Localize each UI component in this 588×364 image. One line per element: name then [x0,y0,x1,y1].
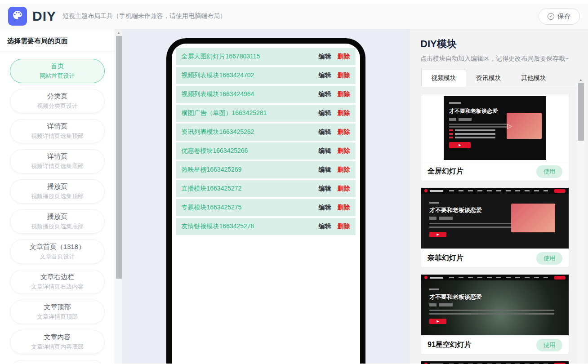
tab-news-modules[interactable]: 资讯模块 [466,70,511,87]
scroll-up-arrow-icon[interactable]: ▲ [115,29,122,36]
page-sidebar: 选择需要布局的页面 首页 网站首页设计 分类页 视频分类页设计 详情页 视频详情… [0,29,115,364]
module-row: 优惠卷模块1663425266 编辑 删除 [176,142,356,160]
module-name[interactable]: 视频列表模块1663424964 [182,90,319,98]
module-name[interactable]: 直播模块1663425272 [182,185,319,193]
edit-button[interactable]: 编辑 [319,204,331,212]
edit-button[interactable]: 编辑 [319,109,331,117]
edit-button[interactable]: 编辑 [319,128,331,136]
page-label: 详情页 [47,122,67,131]
sidebar-item-home[interactable]: 首页 网站首页设计 [10,59,105,83]
page-label: 文章右边栏 [40,273,74,281]
edit-button[interactable]: 编辑 [319,185,331,193]
sidebar-title: 选择需要布局的页面 [0,35,115,52]
save-button-label: 保存 [557,12,571,21]
page-desc: 文章详情页内容底部 [31,343,84,351]
module-name[interactable]: 优惠卷模块1663425266 [182,147,319,155]
module-row: 视频列表模块1663424964 编辑 删除 [176,86,356,103]
preview-navbar [421,275,569,280]
delete-button[interactable]: 删除 [338,53,350,61]
module-row: 专题模块1663425275 编辑 删除 [176,199,356,216]
edit-button[interactable]: 编辑 [319,53,331,61]
delete-button[interactable]: 删除 [338,90,350,98]
play-now-button: ▶ [429,319,446,324]
edit-button[interactable]: 编辑 [319,222,331,231]
module-name[interactable]: 热映星榜1663425269 [182,166,319,174]
page-desc: 视频播放页选集底部 [31,222,84,231]
delete-button[interactable]: 删除 [338,109,350,117]
delete-button[interactable]: 删除 [338,128,350,136]
menu-placeholder [449,277,548,278]
module-name[interactable]: 横图广告（单图）1663425281 [182,109,319,117]
module-card-partial[interactable] [421,361,569,364]
sidebar-item-play-bottom[interactable]: 播放页 视频播放页选集底部 [10,209,105,234]
sidebar-item-article-home[interactable]: 文章首页（1318） 文章首页设计 [10,240,105,264]
scroll-up-arrow-icon[interactable]: ▲ [577,76,584,83]
editor-area: 全屏大图幻灯片1667803115 编辑 删除 视频列表模块1663424702… [122,29,409,364]
module-row: 直播模块1663425272 编辑 删除 [176,180,356,197]
page-label: 详情页 [47,152,67,161]
module-name[interactable]: 全屏大图幻灯片1667803115 [182,53,319,61]
logo-dot-icon [424,189,428,192]
sidebar-item-detail-bottom[interactable]: 详情页 视频详情页选集底部 [10,149,105,173]
page-desc: 网站首页设计 [40,72,75,80]
logo-placeholder [430,277,443,279]
page-desc: 视频详情页选集底部 [31,162,84,170]
sidebar-item-detail-top[interactable]: 详情页 视频详情页选集顶部 [10,119,105,143]
card-preview: 才不要和老板谈恋爱 ▶ [421,188,569,249]
tab-other-modules[interactable]: 其他模块 [511,70,556,87]
module-name[interactable]: 友情链接模块1663425278 [182,222,319,231]
sidebar-item-play-top[interactable]: 播放页 视频播放页选集顶部 [10,179,105,204]
card-name: 91星空幻灯片 [428,340,472,350]
sidebar-item-article-right[interactable]: 文章右边栏 文章详情页右边内容 [10,270,105,294]
phone-mockup: 全屏大图幻灯片1667803115 编辑 删除 视频列表模块1663424702… [166,38,365,364]
module-row: 横图广告（单图）1663425281 编辑 删除 [176,105,356,122]
sidebar-item-article-content[interactable]: 文章内容 文章详情页内容底部 [10,330,105,354]
delete-button[interactable]: 删除 [338,185,350,193]
module-row: 热映星榜1663425269 编辑 删除 [176,161,356,178]
panel-scrollbar[interactable]: ▲ [577,76,584,364]
edit-button[interactable]: 编辑 [319,71,331,80]
edit-button[interactable]: 编辑 [319,90,331,98]
module-card-star-slide[interactable]: 才不要和老板谈恋爱 ▶ 91星空幻灯片 使用 [421,274,569,355]
use-button[interactable]: 使用 [536,165,562,178]
module-card-fullscreen-slide[interactable]: 才不要和老板谈恋爱 ▶ ▷ 全屏幻灯片 使用 [421,94,569,181]
save-button[interactable]: ✓ 保存 [539,8,580,25]
sidebar-item-category[interactable]: 分类页 视频分类页设计 [10,89,105,113]
tag-chips-placeholder [449,118,474,121]
edit-button[interactable]: 编辑 [319,166,331,174]
page-desc: 视频播放页选集顶部 [31,192,84,200]
module-name[interactable]: 专题模块1663425275 [182,204,319,212]
module-name[interactable]: 资讯列表模块1663425262 [182,128,319,136]
use-button[interactable]: 使用 [536,252,562,265]
app-header: DIY 短视主题布局工具（手机端未作兼容，请使用电脑端布局） ✓ 保存 [0,4,588,29]
panel-header: DIY模块 点击模块自动加入编辑区，记得更改布局后要保存哦~ 视频模块 资讯模块… [410,29,588,87]
card-footer: 奈菲幻灯片 使用 [421,249,569,267]
app-logo [8,7,27,26]
module-name[interactable]: 视频列表模块1663424702 [182,71,319,80]
card-name: 奈菲幻灯片 [428,253,463,263]
panel-title: DIY模块 [420,37,577,51]
rank-line [449,137,508,138]
preview-title: 才不要和老板谈恋爱 [429,293,561,301]
sidebar-item-article-top[interactable]: 文章顶部 文章详情页顶部 [10,300,105,324]
module-card-netflix-slide[interactable]: 才不要和老板谈恋爱 ▶ 奈菲幻灯片 使用 [421,187,569,268]
delete-button[interactable]: 删除 [338,147,350,155]
card-name: 全屏幻灯片 [428,167,463,176]
delete-button[interactable]: 删除 [338,71,350,80]
sidebar-scrollbar[interactable]: ▲ [115,29,122,364]
delete-button[interactable]: 删除 [338,166,350,174]
scrollbar-thumb[interactable] [578,83,584,141]
edit-button[interactable]: 编辑 [319,147,331,155]
logo-dot-icon [424,276,428,279]
tab-video-modules[interactable]: 视频模块 [421,70,466,87]
text-placeholder [429,310,554,315]
tag-chips-placeholder [429,303,455,306]
scrollbar-thumb[interactable] [116,36,122,279]
delete-button[interactable]: 删除 [338,204,350,212]
use-button[interactable]: 使用 [536,339,562,351]
delete-button[interactable]: 删除 [338,222,350,231]
preview-navbar [421,188,569,194]
panel-subtitle: 点击模块自动加入编辑区，记得更改布局后要保存哦~ [420,55,577,63]
page-label: 首页 [51,62,64,71]
sidebar-item-diy1[interactable]: DIY1 [10,360,105,364]
